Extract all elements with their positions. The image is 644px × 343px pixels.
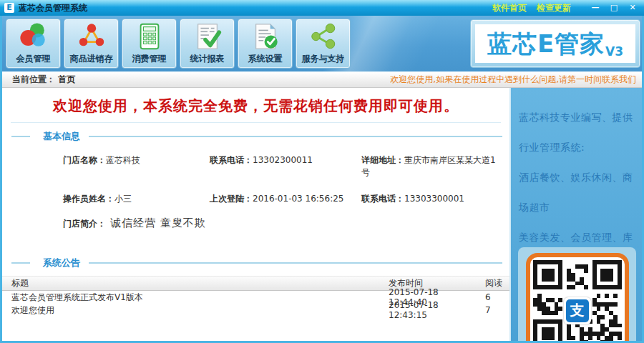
info-field-store-name: 门店名称：蓝芯科技 [63,154,210,179]
share-network-icon [308,21,338,51]
cell-title[interactable]: 蓝芯会员管理系统正式发布V1版本 [2,292,389,304]
section-dash [11,262,30,264]
report-check-icon [192,21,223,51]
info-field-phone-1: 联系电话：13302300011 [210,154,361,179]
maximize-button[interactable]: □ [607,2,621,14]
announcements-table: 标题 发布时间 阅读 蓝芯会员管理系统正式发布V1版本 2015-07-18 1… [2,276,509,317]
main-content: 欢迎您使用，本系统完全免费，无需花销任何费用即可使用。 基本信息 门店名称：蓝芯… [2,88,509,341]
sidebar-about-line: 蓝芯科技专业编写、提供行业管理系统: [519,102,638,162]
brand-logo: 蓝芯E管家 V3 [470,19,640,68]
section-line [89,262,502,264]
menu-software-home[interactable]: 软件首页 [492,2,527,14]
section-title: 系统公告 [43,257,80,269]
breadcrumb-current: 首页 [58,74,75,84]
welcome-tip: 欢迎您使用,如果在使用过程中遇到什么问题,请第一时间联系我们 [390,74,636,86]
toolbar-button-members[interactable]: 会员管理 [6,19,61,69]
info-field-address: 详细地址：重庆市南岸区某某大道1号 [361,154,502,179]
app-logo-icon: E [4,3,14,13]
window-title: 蓝芯会员管理系统 [19,2,87,14]
toolbar-button-label: 商品进销存 [70,53,113,65]
section-title: 基本信息 [43,130,80,143]
breadcrumb: 当前位置： 首页 欢迎您使用,如果在使用过程中遇到什么问题,请第一时间联系我们 [2,72,642,88]
info-field-operator: 操作员姓名：小三 [63,193,210,205]
basic-info-grid: 门店名称：蓝芯科技 联系电话：13302300011 详细地址：重庆市南岸区某某… [63,154,502,205]
section-line [89,136,502,137]
goods-network-icon [77,21,107,51]
toolbar-button-label: 统计报表 [190,53,225,65]
store-intro: 门店简介： 诚信经营 童叟不欺 [63,217,502,230]
toolbar-button-label: 消费管理 [132,53,167,65]
section-basic-info: 基本信息 [2,131,509,142]
app-window: E 蓝芯会员管理系统 软件首页 检查更新 — □ ✕ 会员管理 [0,0,644,343]
cell-reads: 7 [475,305,509,315]
section-dash [11,136,30,137]
minimize-button[interactable]: — [588,2,602,14]
qr-panel: 支 [518,247,636,341]
settings-doc-icon [250,21,280,51]
toolbar: 会员管理 商品进销存 [2,16,642,72]
toolbar-button-label: 会员管理 [16,53,51,65]
menu-check-update[interactable]: 检查更新 [537,2,571,14]
sidebar: 蓝芯科技专业编写、提供行业管理系统: 酒店餐饮、娱乐休闲、商场超市 美容美发、会… [509,88,642,341]
toolbar-button-support[interactable]: 服务与支持 [296,19,351,69]
toolbar-button-label: 服务与支持 [302,53,345,65]
sidebar-about-line: 酒店餐饮、娱乐休闲、商场超市 [519,162,638,222]
cell-title[interactable]: 欢迎您使用 [2,304,389,317]
toolbar-button-label: 系统设置 [248,53,283,65]
toolbar-button-consume[interactable]: 消费管理 [122,19,177,69]
section-announcements: 系统公告 [2,257,509,269]
calculator-icon [135,21,165,51]
brand-name: 蓝芯E管家 [487,31,605,56]
toolbar-button-settings[interactable]: 系统设置 [238,19,293,69]
welcome-banner: 欢迎您使用，本系统完全免费，无需花销任何费用即可使用。 [11,96,501,123]
col-title-header: 标题 [2,277,389,289]
table-row[interactable]: 欢迎您使用 2015-07-18 12:43:15 7 [2,304,509,317]
info-field-phone-2: 联系电话：13303300001 [361,193,502,205]
toolbar-button-inventory[interactable]: 商品进销存 [64,19,119,69]
members-venn-icon [19,21,49,51]
qr-code: 支 [526,253,629,341]
col-reads-header: 阅读 [475,277,509,289]
cell-reads: 6 [475,292,509,302]
breadcrumb-label: 当前位置： [12,74,55,84]
alipay-logo-icon: 支 [564,297,591,324]
window-frame: 会员管理 商品进销存 [0,16,644,343]
brand-version: V3 [605,44,623,59]
cell-time: 2015-07-18 12:43:15 [389,300,475,320]
info-field-last-login: 上次登陆：2016-01-03 16:56:25 [210,193,361,205]
toolbar-button-reports[interactable]: 统计报表 [180,19,235,69]
close-button[interactable]: ✕ [625,2,640,14]
titlebar: E 蓝芯会员管理系统 软件首页 检查更新 — □ ✕ [0,0,644,16]
